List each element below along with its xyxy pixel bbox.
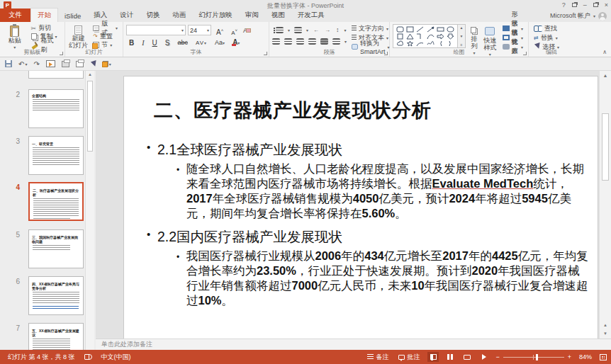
font-dialog-launcher[interactable]: [264, 52, 267, 55]
shapes-scroll-down-icon[interactable]: ▼: [460, 34, 464, 38]
current-slide[interactable]: 二、医疗器械产业发展现状分析 2.1全球医疗器械产业发展现状 随全球人口自然增长…: [124, 76, 598, 339]
paste-button[interactable]: 粘贴 ▾: [3, 24, 27, 48]
shape-elbow-icon[interactable]: [416, 33, 424, 40]
shape-star-icon[interactable]: [406, 40, 414, 47]
shape-ellipse-icon[interactable]: [447, 26, 454, 33]
text-direction-button[interactable]: 文字方向▾: [349, 24, 392, 33]
tab-file[interactable]: 文件: [0, 8, 30, 22]
thumbnail-slide-6[interactable]: 四、XX省医疗器械产业布局与竞争分析: [28, 276, 84, 315]
language-indicator[interactable]: 中文(中国): [99, 351, 133, 363]
bullet-paragraph[interactable]: 我国医疗器械行业规模从2006年的434亿元增长至2017年的4425亿元，年均…: [175, 249, 589, 308]
character-spacing-button[interactable]: AV▾: [193, 37, 210, 47]
thumbnail-slide-4-selected[interactable]: 二、医疗器械产业发展现状分析: [28, 182, 84, 221]
reading-view-button[interactable]: [461, 352, 473, 362]
close-button[interactable]: ×: [605, 1, 608, 9]
find-button[interactable]: 查找: [532, 24, 571, 33]
restore-button[interactable]: [593, 3, 598, 7]
account-menu[interactable]: Microsoft 帐户 ▾: [550, 11, 607, 21]
shape-arc-icon[interactable]: [416, 40, 424, 47]
quick-print-button[interactable]: [76, 61, 84, 67]
tab-islide[interactable]: iSlide: [58, 10, 87, 22]
spell-check-icon[interactable]: [84, 354, 92, 360]
start-slideshow-button[interactable]: [46, 60, 55, 67]
replace-button[interactable]: ⇄ 替换▾: [532, 33, 571, 42]
thumbnail-slide-3[interactable]: 一、研究背景: [28, 136, 84, 175]
tab-slideshow[interactable]: 幻灯片放映: [192, 8, 239, 22]
cut-button[interactable]: ✂ 剪切: [29, 24, 62, 32]
redo-button[interactable]: ↷: [33, 60, 39, 68]
scroll-up-icon[interactable]: ▲: [600, 73, 611, 78]
vertical-scrollbar[interactable]: ▲ ▲ ▼: [599, 71, 611, 339]
font-size-combo[interactable]: 24▾: [188, 25, 211, 35]
fit-to-window-button[interactable]: [600, 354, 607, 360]
thumbnail-slide-2[interactable]: 全篇结构: [28, 89, 84, 128]
shape-rect-icon[interactable]: [406, 26, 414, 33]
ribbon-display-options-icon[interactable]: [572, 3, 577, 7]
new-slide-button[interactable]: 新建 幻灯片: [68, 24, 89, 48]
slide-counter[interactable]: 幻灯片 第 4 张，共 8 张: [6, 351, 77, 363]
font-color-button[interactable]: A▾: [230, 38, 242, 47]
layout-button[interactable]: 版式▾: [91, 24, 120, 32]
zoom-slider[interactable]: [503, 357, 564, 358]
tab-developer[interactable]: 开发工具: [291, 8, 331, 22]
underline-button[interactable]: U: [150, 37, 160, 47]
shape-square-icon[interactable]: [396, 33, 404, 40]
previous-slide-button[interactable]: ▲: [603, 323, 607, 327]
next-slide-button[interactable]: ▼: [603, 331, 607, 336]
help-button[interactable]: ?: [562, 1, 566, 9]
shape-paren-right-icon[interactable]: [447, 40, 454, 47]
comments-toggle[interactable]: 批注: [396, 351, 422, 363]
drawing-dialog-launcher[interactable]: [523, 52, 527, 55]
thumbnail-scrollbar-thumb[interactable]: [87, 81, 93, 152]
notes-pane[interactable]: 单击此处添加备注: [96, 339, 611, 350]
increase-indent-button[interactable]: [324, 25, 331, 34]
save-button[interactable]: [5, 60, 12, 67]
slide-body[interactable]: 2.1全球医疗器械产业发展现状 随全球人口自然增长、人口老龄化程度提高，以及发展…: [145, 140, 585, 308]
align-center-button[interactable]: [284, 38, 292, 45]
bold-button[interactable]: B: [126, 37, 137, 47]
clipboard-dialog-launcher[interactable]: [60, 52, 63, 55]
shapes-gallery-scrollbar[interactable]: ▲ ▼ ≡: [458, 24, 466, 48]
align-right-button[interactable]: [296, 38, 304, 45]
line-spacing-button[interactable]: [335, 25, 340, 34]
shapes-gallery[interactable]: [393, 24, 458, 48]
align-left-button[interactable]: [272, 38, 280, 45]
slide-sorter-button[interactable]: [444, 352, 456, 362]
paragraph-dialog-launcher[interactable]: [384, 52, 388, 55]
undo-button[interactable]: ↶▾: [18, 60, 27, 68]
shape-line-icon[interactable]: [416, 26, 424, 33]
tab-animations[interactable]: 动画: [166, 8, 192, 22]
change-case-button[interactable]: Aa▾: [212, 37, 228, 47]
decrease-indent-button[interactable]: [313, 25, 320, 34]
customize-qat-button[interactable]: ▾: [103, 61, 111, 67]
font-name-combo[interactable]: ▾: [126, 25, 186, 35]
zoom-out-button[interactable]: −: [495, 353, 499, 360]
zoom-in-button[interactable]: +: [568, 353, 571, 360]
shape-rect-rounded-icon[interactable]: [396, 26, 404, 33]
thumbnail-slide-7[interactable]: 五、XX省医疗器械产业发展建议: [28, 323, 84, 350]
tab-view[interactable]: 视图: [265, 8, 291, 22]
shape-scribble-icon[interactable]: [427, 40, 435, 47]
tab-home[interactable]: 开始: [30, 8, 58, 22]
print-preview-button[interactable]: [62, 61, 69, 67]
shape-arrow-down-icon[interactable]: [447, 33, 454, 40]
reset-button[interactable]: ↷ 重置: [91, 33, 120, 40]
shrink-font-button[interactable]: A˅: [228, 25, 240, 35]
tab-design[interactable]: 设计: [113, 8, 140, 22]
strikethrough-button[interactable]: abc: [174, 37, 191, 47]
zoom-slider-thumb[interactable]: [536, 354, 538, 360]
shape-curve-icon[interactable]: [427, 33, 435, 40]
thumbnail-slide-5[interactable]: 三、我国医疗器械产业发展面临问题: [28, 229, 84, 268]
grow-font-button[interactable]: A˄: [213, 25, 226, 35]
scrollbar-thumb[interactable]: [602, 113, 609, 181]
minimize-button[interactable]: –: [583, 1, 587, 9]
notes-toggle[interactable]: 备注: [365, 351, 391, 363]
touch-mode-button[interactable]: [90, 61, 96, 67]
zoom-percentage[interactable]: 84%: [577, 352, 594, 362]
shape-paren-left-icon[interactable]: [437, 40, 444, 47]
shapes-more-icon[interactable]: ≡: [461, 42, 463, 47]
slideshow-view-button[interactable]: [478, 352, 490, 362]
numbering-button[interactable]: [294, 27, 302, 33]
bullet-paragraph[interactable]: 随全球人口自然增长、人口老龄化程度提高，以及发展中国家经济增长，长期来看全球范围…: [175, 161, 589, 221]
tab-transitions[interactable]: 切换: [140, 8, 166, 22]
